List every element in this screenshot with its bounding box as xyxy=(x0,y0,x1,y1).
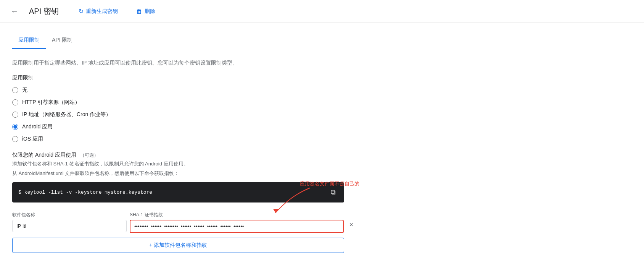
radio-ios-label: iOS 应用 xyxy=(22,136,43,143)
radio-http-label: HTTP 引荐来源（网站） xyxy=(22,99,80,106)
regenerate-icon: ↻ xyxy=(79,8,84,15)
sha-label: SHA-1 证书指纹 xyxy=(130,212,344,218)
sha-input[interactable] xyxy=(130,220,344,233)
regenerate-button[interactable]: ↻ 重新生成密钥 xyxy=(74,5,122,18)
section-label: 应用限制 xyxy=(12,75,354,81)
tab-app-restrictions[interactable]: 应用限制 xyxy=(12,32,46,49)
regenerate-label: 重新生成密钥 xyxy=(86,8,118,15)
delete-button[interactable]: 🗑 删除 xyxy=(132,5,160,18)
tabs: 应用限制 API 限制 xyxy=(12,32,354,49)
radio-ios[interactable]: iOS 应用 xyxy=(12,136,354,143)
package-name-input[interactable] xyxy=(12,220,127,232)
tab-api-restrictions[interactable]: API 限制 xyxy=(46,32,79,49)
radio-http[interactable]: HTTP 引荐来源（网站） xyxy=(12,99,354,106)
code-text: $ keytool -list -v -keystore mystore.key… xyxy=(18,190,152,195)
copy-button[interactable]: ⧉ xyxy=(328,188,338,197)
radio-android[interactable]: Android 应用 xyxy=(12,123,354,130)
radio-group: 无 HTTP 引荐来源（网站） IP 地址（网络服务器、Cron 作业等） An… xyxy=(12,87,354,143)
android-section: 仅限您的 Android 应用使用 （可选） 添加软件包名称和 SHA-1 签名… xyxy=(12,152,354,253)
delete-icon: 🗑 xyxy=(136,8,142,15)
remove-row-button[interactable]: × xyxy=(347,219,356,231)
radio-ip-label: IP 地址（网络服务器、Cron 作业等） xyxy=(22,111,111,118)
radio-none-input[interactable] xyxy=(12,87,18,93)
fields-row: 软件包名称 SHA-1 证书指纹 × xyxy=(12,212,356,233)
radio-android-input[interactable] xyxy=(12,124,18,130)
radio-none-label: 无 xyxy=(22,87,27,94)
delete-label: 删除 xyxy=(145,8,155,15)
radio-none[interactable]: 无 xyxy=(12,87,354,94)
sha-field-group: SHA-1 证书指纹 xyxy=(130,212,344,233)
section-description: 应用限制用于指定哪些网站、IP 地址或应用可以使用此密钥。您可以为每个密钥设置限… xyxy=(12,58,354,67)
radio-ip[interactable]: IP 地址（网络服务器、Cron 作业等） xyxy=(12,111,354,118)
app-restrictions-section: 应用限制用于指定哪些网站、IP 地址或应用可以使用此密钥。您可以为每个密钥设置限… xyxy=(12,58,354,253)
add-package-button[interactable]: + 添加软件包名称和指纹 xyxy=(12,238,344,253)
radio-ios-input[interactable] xyxy=(12,136,18,142)
android-section-title: 仅限您的 Android 应用使用 （可选） xyxy=(12,152,354,159)
main-content: 应用限制 API 限制 应用限制用于指定哪些网站、IP 地址或应用可以使用此密钥… xyxy=(0,23,366,262)
android-desc-1: 添加软件包名称和 SHA-1 签名证书指纹，以限制只允许您的 Android 应… xyxy=(12,160,354,168)
package-name-field-group: 软件包名称 xyxy=(12,212,127,232)
add-package-label: + 添加软件包名称和指纹 xyxy=(149,242,207,249)
radio-http-input[interactable] xyxy=(12,99,18,105)
optional-label: （可选） xyxy=(80,152,98,158)
top-bar: ← API 密钥 ↻ 重新生成密钥 🗑 删除 xyxy=(0,0,644,23)
radio-ip-input[interactable] xyxy=(12,112,18,118)
back-button[interactable]: ← xyxy=(9,5,20,17)
android-desc-2: 从 AndroidManifest.xml 文件获取软件包名称，然后使用以下命令… xyxy=(12,170,354,178)
radio-android-label: Android 应用 xyxy=(22,123,53,130)
page-title: API 密钥 xyxy=(29,6,59,16)
code-block: $ keytool -list -v -keystore mystore.key… xyxy=(12,182,344,202)
package-name-label: 软件包名称 xyxy=(12,212,127,218)
